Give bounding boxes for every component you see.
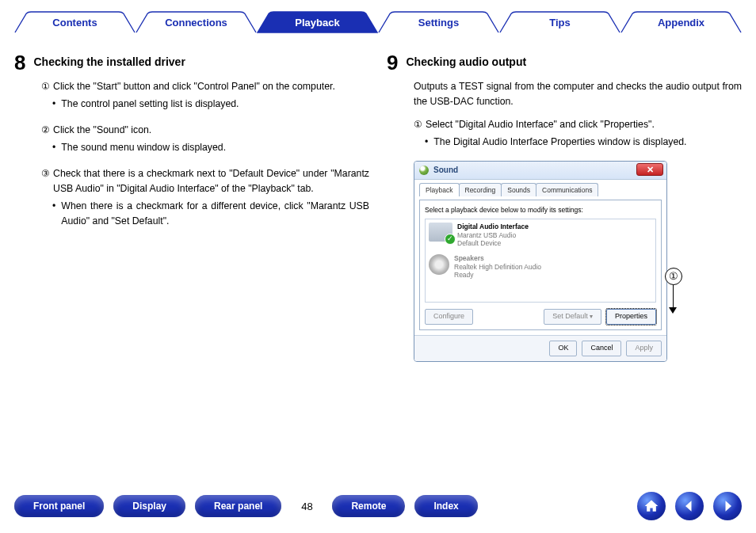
dialog-tab-sounds[interactable]: Sounds xyxy=(501,183,536,196)
substep-marker: ③ xyxy=(41,166,50,196)
step-9: 9 Checking audio output Outputs a TEST s… xyxy=(387,52,742,362)
callout-arrow-icon xyxy=(669,307,677,314)
substep-bullet: The sound menu window is displayed. xyxy=(61,140,226,155)
callout-line xyxy=(673,285,674,309)
home-icon xyxy=(643,498,659,514)
dialog-tab-communications[interactable]: Communications xyxy=(536,183,598,196)
dialog-titlebar: Sound ✕ xyxy=(414,162,666,180)
step-title: Checking the installed driver xyxy=(33,52,185,71)
substep-text: Check that there is a checkmark next to … xyxy=(53,166,369,196)
device-name: Digital Audio Interface xyxy=(457,223,529,231)
page-number: 48 xyxy=(291,501,323,512)
tab-label: Contents xyxy=(52,17,97,29)
device-item[interactable]: ✓ Digital Audio Interface Marantz USB Au… xyxy=(429,223,652,248)
substep-marker: ① xyxy=(41,79,50,94)
sound-dialog-wrap: Sound ✕ Playback Recording Sounds Commun… xyxy=(414,161,679,362)
speaker-icon xyxy=(429,254,449,275)
bullet-icon xyxy=(52,97,59,112)
substep-marker: ② xyxy=(41,123,50,138)
substep-text: Select "Digital Audio Interface" and cli… xyxy=(426,117,655,132)
tab-tips[interactable]: Tips xyxy=(499,11,620,33)
properties-button[interactable]: Properties xyxy=(606,309,656,325)
configure-button[interactable]: Configure xyxy=(425,309,473,325)
dialog-prompt: Select a playback device below to modify… xyxy=(425,205,656,215)
callout-marker: ① xyxy=(665,268,682,285)
substep-text: Click the "Start" button and click "Cont… xyxy=(53,79,369,94)
device-state: Default Device xyxy=(457,239,529,248)
device-list: ✓ Digital Audio Interface Marantz USB Au… xyxy=(425,219,656,303)
step-intro: Outputs a TEST signal from the computer … xyxy=(414,79,742,109)
next-icon xyxy=(720,498,735,514)
tab-connections[interactable]: Connections xyxy=(136,11,257,33)
home-button[interactable] xyxy=(637,492,666,520)
apply-button[interactable]: Apply xyxy=(626,341,662,356)
dac-icon: ✓ xyxy=(429,223,452,242)
tab-label: Tips xyxy=(549,17,571,29)
sound-icon xyxy=(419,166,429,175)
tab-label: Appendix xyxy=(658,17,704,29)
substep-marker: ① xyxy=(414,117,422,132)
footer-nav: Front panel Display Rear panel 48 Remote… xyxy=(14,492,742,520)
device-name: Speakers xyxy=(454,254,541,263)
tab-label: Playback xyxy=(295,17,339,29)
cancel-button[interactable]: Cancel xyxy=(582,341,621,356)
tab-playback[interactable]: Playback xyxy=(257,11,378,33)
device-state: Ready xyxy=(454,271,541,280)
prev-icon xyxy=(682,498,697,514)
top-nav: Contents Connections Playback Settings T… xyxy=(14,11,742,33)
bullet-icon xyxy=(425,135,431,150)
bullet-icon xyxy=(52,140,59,155)
set-default-button[interactable]: Set Default xyxy=(544,309,601,325)
remote-button[interactable]: Remote xyxy=(332,495,405,517)
substep-bullet: The Digital Audio Interface Properties w… xyxy=(433,135,686,150)
substep-bullet: When there is a checkmark for a differen… xyxy=(61,199,369,229)
close-icon: ✕ xyxy=(647,166,654,174)
substep-text: Click the "Sound" icon. xyxy=(53,123,151,138)
page-content: 8 Checking the installed driver ① Click … xyxy=(14,52,742,362)
dialog-tab-recording[interactable]: Recording xyxy=(459,183,502,196)
tab-appendix[interactable]: Appendix xyxy=(620,11,742,33)
ok-button[interactable]: OK xyxy=(549,341,577,356)
checkmark-icon: ✓ xyxy=(445,234,456,245)
tab-label: Connections xyxy=(165,17,227,29)
tab-contents[interactable]: Contents xyxy=(14,11,136,33)
front-panel-button[interactable]: Front panel xyxy=(14,495,104,517)
dialog-tab-playback[interactable]: Playback xyxy=(419,183,460,196)
step-number: 9 xyxy=(387,52,398,73)
step-title: Checking audio output xyxy=(406,52,526,71)
dialog-title: Sound xyxy=(433,164,458,177)
substep-bullet: The control panel setting list is displa… xyxy=(61,97,239,112)
step-number: 8 xyxy=(14,52,25,73)
device-item[interactable]: Speakers Realtek High Definition Audio R… xyxy=(429,254,652,280)
next-button[interactable] xyxy=(713,492,742,520)
device-sub: Realtek High Definition Audio xyxy=(454,263,541,272)
device-sub: Marantz USB Audio xyxy=(457,231,529,240)
step-8: 8 Checking the installed driver ① Click … xyxy=(14,52,369,362)
bullet-icon xyxy=(52,199,59,229)
prev-button[interactable] xyxy=(675,492,704,520)
tab-settings[interactable]: Settings xyxy=(378,11,499,33)
sound-dialog: Sound ✕ Playback Recording Sounds Commun… xyxy=(414,161,667,362)
dialog-tabs: Playback Recording Sounds Communications xyxy=(419,183,662,196)
tab-label: Settings xyxy=(418,17,459,29)
display-button[interactable]: Display xyxy=(113,495,185,517)
rear-panel-button[interactable]: Rear panel xyxy=(195,495,281,517)
index-button[interactable]: Index xyxy=(414,495,477,517)
close-button[interactable]: ✕ xyxy=(636,163,663,176)
